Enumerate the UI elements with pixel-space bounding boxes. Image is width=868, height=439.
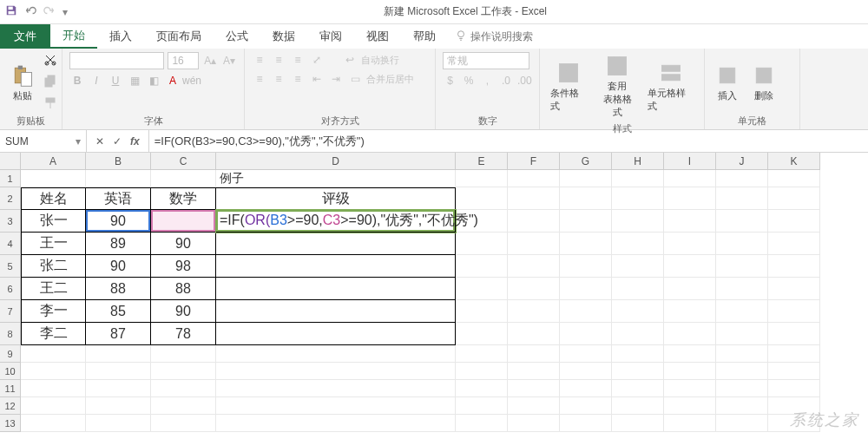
cell[interactable]	[508, 170, 560, 187]
increase-font-icon[interactable]: A▴	[202, 53, 218, 69]
cell[interactable]	[664, 170, 716, 187]
table-format-button[interactable]: 套用 表格格式	[595, 52, 639, 121]
cell[interactable]	[768, 170, 820, 187]
col-header-D[interactable]: D	[216, 153, 456, 170]
cell[interactable]	[768, 210, 820, 233]
undo-icon[interactable]	[24, 4, 36, 19]
cell[interactable]	[664, 363, 716, 380]
font-name-box[interactable]	[69, 52, 164, 69]
name-box[interactable]: SUM ▾	[0, 130, 87, 152]
cell[interactable]	[21, 363, 86, 380]
underline-button[interactable]: U	[108, 73, 123, 88]
cell[interactable]	[612, 278, 664, 300]
row-header[interactable]: 11	[0, 380, 21, 397]
col-header-G[interactable]: G	[560, 153, 612, 170]
cell[interactable]: 98	[151, 255, 216, 278]
cell[interactable]	[716, 187, 768, 210]
align-left-icon[interactable]: ≡	[252, 71, 267, 87]
cell[interactable]	[768, 278, 820, 300]
cell[interactable]	[560, 345, 612, 363]
tab-review[interactable]: 审阅	[307, 24, 354, 49]
cell[interactable]	[768, 345, 820, 363]
cell[interactable]: 87	[86, 323, 151, 345]
cell[interactable]: 李一	[21, 300, 86, 323]
cell[interactable]	[716, 170, 768, 187]
cell[interactable]	[612, 170, 664, 187]
fx-icon[interactable]: fx	[130, 135, 140, 147]
cell[interactable]: 王二	[21, 278, 86, 300]
paste-button[interactable]: 粘贴	[7, 62, 38, 104]
cell[interactable]	[560, 187, 612, 210]
tab-help[interactable]: 帮助	[401, 24, 448, 49]
cell[interactable]	[612, 233, 664, 255]
cell[interactable]	[560, 363, 612, 380]
cell[interactable]	[560, 233, 612, 255]
cell[interactable]	[664, 255, 716, 278]
conditional-format-button[interactable]: 条件格式	[547, 59, 590, 115]
cell[interactable]	[768, 300, 820, 323]
row-header[interactable]: 5	[0, 255, 21, 278]
cell[interactable]	[456, 397, 508, 415]
italic-button[interactable]: I	[89, 73, 104, 88]
cell[interactable]	[716, 210, 768, 233]
comma-icon[interactable]: ,	[480, 73, 495, 88]
indent-inc-icon[interactable]: ⇥	[328, 71, 344, 87]
cell[interactable]	[151, 170, 216, 187]
cell[interactable]	[456, 170, 508, 187]
cell[interactable]: 89	[86, 233, 151, 255]
cell[interactable]	[86, 170, 151, 187]
tab-view[interactable]: 视图	[354, 24, 401, 49]
cell[interactable]: 90	[86, 255, 151, 278]
tab-data[interactable]: 数据	[260, 24, 307, 49]
row-header[interactable]: 4	[0, 233, 21, 255]
cell[interactable]	[216, 380, 456, 397]
wrap-text-icon[interactable]: ↩	[342, 52, 358, 68]
name-box-dropdown-icon[interactable]: ▾	[76, 135, 81, 147]
border-icon[interactable]: ▦	[127, 73, 142, 88]
cell[interactable]	[716, 415, 768, 432]
cell[interactable]	[216, 323, 456, 345]
cell[interactable]	[456, 187, 508, 210]
cell[interactable]	[612, 210, 664, 233]
cell[interactable]	[664, 278, 716, 300]
col-header-I[interactable]: I	[664, 153, 716, 170]
row-header[interactable]: 1	[0, 170, 21, 187]
cell[interactable]	[216, 255, 456, 278]
cell[interactable]	[456, 415, 508, 432]
cell[interactable]	[664, 397, 716, 415]
cell[interactable]	[716, 233, 768, 255]
cell[interactable]	[508, 300, 560, 323]
copy-icon[interactable]	[43, 75, 57, 91]
cell[interactable]	[508, 397, 560, 415]
col-header-K[interactable]: K	[768, 153, 820, 170]
cell[interactable]	[151, 397, 216, 415]
cell[interactable]	[21, 345, 86, 363]
cell[interactable]	[716, 363, 768, 380]
cell[interactable]	[716, 397, 768, 415]
cell[interactable]	[216, 397, 456, 415]
align-top-icon[interactable]: ≡	[252, 52, 267, 68]
cell[interactable]	[508, 255, 560, 278]
cell[interactable]	[612, 345, 664, 363]
row-header[interactable]: 13	[0, 415, 21, 432]
cell[interactable]	[664, 233, 716, 255]
cell[interactable]	[216, 278, 456, 300]
cell[interactable]: 例子	[216, 170, 456, 187]
cell[interactable]	[664, 187, 716, 210]
tab-pagelayout[interactable]: 页面布局	[144, 24, 214, 49]
orientation-icon[interactable]: ⤢	[309, 52, 325, 68]
row-header[interactable]: 3	[0, 210, 21, 233]
cut-icon[interactable]	[43, 53, 57, 69]
row-header[interactable]: 2	[0, 187, 21, 210]
cell[interactable]	[716, 323, 768, 345]
cell[interactable]	[508, 233, 560, 255]
dec-decimal-icon[interactable]: .00	[517, 73, 532, 88]
active-cell-editing[interactable]: =IF(OR(B3>=90,C3>=90),"优秀","不优秀")	[216, 210, 456, 233]
cell[interactable]	[86, 397, 151, 415]
percent-icon[interactable]: %	[461, 73, 476, 88]
redo-icon[interactable]	[43, 4, 56, 19]
cell[interactable]	[560, 255, 612, 278]
cell[interactable]	[456, 300, 508, 323]
tab-formulas[interactable]: 公式	[214, 24, 260, 49]
cell[interactable]	[716, 345, 768, 363]
